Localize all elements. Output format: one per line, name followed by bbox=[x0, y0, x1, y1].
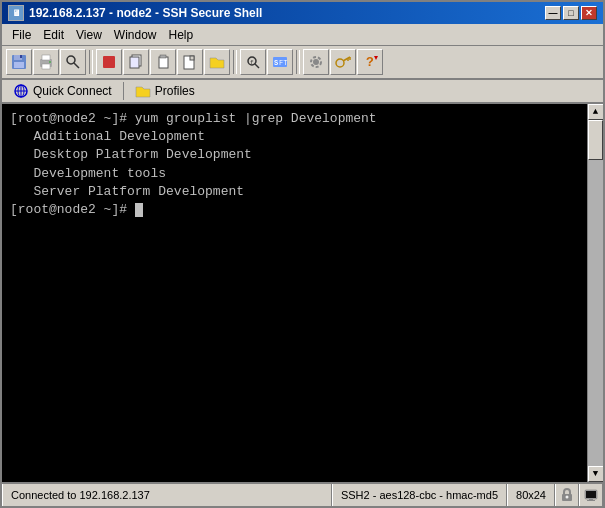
terminal-line-4: Development tools bbox=[10, 166, 166, 181]
svg-rect-6 bbox=[42, 64, 50, 69]
close-button[interactable]: ✕ bbox=[581, 6, 597, 20]
svg-rect-41 bbox=[587, 500, 595, 501]
quickbar: Quick Connect Profiles bbox=[2, 80, 603, 104]
copy-button[interactable] bbox=[123, 49, 149, 75]
svg-rect-17 bbox=[190, 56, 194, 60]
keygen-button[interactable] bbox=[330, 49, 356, 75]
svg-text:FTP: FTP bbox=[279, 59, 288, 67]
title-bar: 🖥 192.168.2.137 - node2 - SSH Secure She… bbox=[2, 2, 603, 24]
menu-window[interactable]: Window bbox=[108, 26, 163, 44]
quick-connect-button[interactable]: Quick Connect bbox=[8, 81, 117, 101]
window-title: 192.168.2.137 - node2 - SSH Secure Shell bbox=[29, 6, 262, 20]
encryption-text: SSH2 - aes128-cbc - hmac-md5 bbox=[341, 489, 498, 501]
minimize-button[interactable]: — bbox=[545, 6, 561, 20]
terminal-line-2: Additional Development bbox=[10, 129, 205, 144]
main-window: 🖥 192.168.2.137 - node2 - SSH Secure She… bbox=[0, 0, 605, 508]
status-icon-1 bbox=[555, 484, 579, 506]
svg-rect-2 bbox=[14, 62, 24, 68]
menu-help[interactable]: Help bbox=[163, 26, 200, 44]
terminal-line-3: Desktop Platform Development bbox=[10, 147, 252, 162]
toolbar: f S FTP ? bbox=[2, 46, 603, 80]
connection-text: Connected to 192.168.2.137 bbox=[11, 489, 150, 501]
quick-connect-icon bbox=[13, 83, 29, 99]
maximize-button[interactable]: □ bbox=[563, 6, 579, 20]
status-icon-2 bbox=[579, 484, 603, 506]
settings-button[interactable] bbox=[303, 49, 329, 75]
svg-point-24 bbox=[313, 59, 319, 65]
svg-rect-40 bbox=[589, 499, 593, 500]
stop-button[interactable] bbox=[96, 49, 122, 75]
toolbar-separator-3 bbox=[296, 50, 300, 74]
terminal-wrapper: [root@node2 ~]# yum grouplist |grep Deve… bbox=[2, 104, 603, 482]
toolbar-separator-1 bbox=[89, 50, 93, 74]
terminal[interactable]: [root@node2 ~]# yum grouplist |grep Deve… bbox=[2, 104, 587, 482]
profiles-button[interactable]: Profiles bbox=[130, 81, 200, 101]
find-button[interactable] bbox=[60, 49, 86, 75]
terminal-line-5: Server Platform Development bbox=[10, 184, 244, 199]
scroll-up-button[interactable]: ▲ bbox=[588, 104, 604, 120]
svg-rect-13 bbox=[159, 57, 168, 68]
status-bar: Connected to 192.168.2.137 SSH2 - aes128… bbox=[2, 482, 603, 506]
menu-file[interactable]: File bbox=[6, 26, 37, 44]
open-button[interactable] bbox=[204, 49, 230, 75]
svg-rect-39 bbox=[586, 491, 596, 498]
terminal-prompt: [root@node2 ~]# bbox=[10, 202, 135, 217]
svg-line-27 bbox=[343, 57, 350, 61]
svg-rect-5 bbox=[42, 55, 50, 60]
scrollbar-thumb[interactable] bbox=[588, 120, 603, 160]
encryption-status: SSH2 - aes128-cbc - hmac-md5 bbox=[332, 484, 507, 506]
svg-rect-7 bbox=[49, 61, 51, 63]
svg-rect-14 bbox=[160, 55, 166, 58]
terminal-line-1: [root@node2 ~]# yum grouplist |grep Deve… bbox=[10, 111, 377, 126]
dimensions-status: 80x24 bbox=[507, 484, 555, 506]
svg-text:?: ? bbox=[366, 55, 374, 70]
print-button[interactable] bbox=[33, 49, 59, 75]
profiles-icon bbox=[135, 83, 151, 99]
search-files-button[interactable]: f bbox=[240, 49, 266, 75]
svg-marker-31 bbox=[374, 56, 378, 60]
svg-line-19 bbox=[255, 64, 259, 68]
toolbar-separator-2 bbox=[233, 50, 237, 74]
svg-point-37 bbox=[566, 496, 569, 499]
svg-rect-12 bbox=[130, 57, 139, 68]
svg-rect-3 bbox=[20, 55, 22, 58]
save-button[interactable] bbox=[6, 49, 32, 75]
new-button[interactable] bbox=[177, 49, 203, 75]
dimensions-text: 80x24 bbox=[516, 489, 546, 501]
scrollbar-track[interactable] bbox=[588, 120, 603, 466]
svg-line-9 bbox=[74, 63, 79, 68]
svg-text:f: f bbox=[250, 59, 254, 66]
sftp-button[interactable]: S FTP bbox=[267, 49, 293, 75]
connection-status: Connected to 192.168.2.137 bbox=[2, 484, 332, 506]
svg-point-26 bbox=[336, 59, 344, 67]
scroll-down-button[interactable]: ▼ bbox=[588, 466, 604, 482]
menu-edit[interactable]: Edit bbox=[37, 26, 70, 44]
quick-connect-label: Quick Connect bbox=[33, 84, 112, 98]
terminal-cursor bbox=[135, 203, 143, 217]
menu-view[interactable]: View bbox=[70, 26, 108, 44]
svg-rect-10 bbox=[103, 56, 115, 68]
vertical-scrollbar[interactable]: ▲ ▼ bbox=[587, 104, 603, 482]
quickbar-separator bbox=[123, 82, 124, 100]
profiles-label: Profiles bbox=[155, 84, 195, 98]
svg-point-8 bbox=[67, 56, 75, 64]
window-icon: 🖥 bbox=[8, 5, 24, 21]
paste-button[interactable] bbox=[150, 49, 176, 75]
menu-bar: File Edit View Window Help bbox=[2, 24, 603, 46]
svg-text:S: S bbox=[274, 59, 278, 67]
help-button[interactable]: ? bbox=[357, 49, 383, 75]
